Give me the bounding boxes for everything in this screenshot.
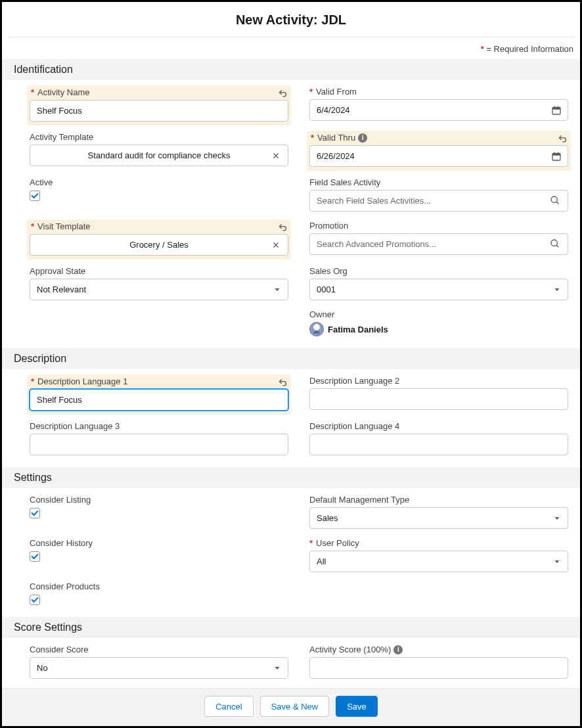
description-body: *Description Language 1 Description Lang… [2,369,580,467]
section-score-settings: Score Settings [2,617,580,638]
activity-score-input[interactable] [309,657,568,679]
consider-history-field: Consider History [30,535,288,576]
sales-org-field: Sales Org 0001 [309,263,568,304]
approval-state-select[interactable]: Not Relevant [30,279,288,300]
active-field: Active [30,175,288,216]
owner-name: Fatima Daniels [328,325,388,334]
desc-lang3-input[interactable] [30,434,288,455]
consider-products-field: Consider Products [30,579,288,609]
activity-name-field: *Activity Name [27,85,291,125]
desc-lang2-input[interactable] [309,388,568,410]
active-checkbox[interactable] [30,191,40,201]
valid-from-input[interactable] [309,99,568,121]
desc-lang1-field: *Description Language 1 [27,375,291,415]
svg-point-14 [551,240,557,246]
svg-rect-3 [558,106,558,108]
field-sales-search-input[interactable] [309,190,568,212]
settings-body: Consider Listing Default Management Type… [2,488,580,617]
consider-score-field: Consider Score No [30,642,288,683]
svg-rect-8 [554,152,555,154]
valid-thru-input[interactable] [309,145,568,167]
save-and-new-button[interactable]: Save & New [260,696,330,717]
owner-field: Owner Fatima Daniels [309,307,568,340]
desc-lang2-field: Description Language 2 [309,373,568,416]
avatar [309,322,324,336]
undo-icon[interactable] [277,88,288,100]
info-icon[interactable]: i [358,133,367,143]
section-description: Description [2,348,580,369]
svg-rect-7 [552,153,560,155]
svg-rect-2 [554,106,555,108]
close-icon[interactable] [269,239,282,252]
cancel-button[interactable]: Cancel [204,696,253,717]
calendar-icon[interactable] [550,104,563,117]
search-icon [550,195,562,207]
undo-icon[interactable] [277,377,288,389]
svg-point-10 [551,196,557,202]
sales-org-select[interactable]: 0001 [309,279,568,300]
valid-from-field: *Valid From [309,84,568,127]
search-icon [550,239,562,250]
user-policy-select[interactable]: All [309,551,568,572]
save-button[interactable]: Save [336,696,378,717]
required-info-note: * = Required Information [2,37,580,59]
section-identification: Identification [2,59,580,80]
chevron-down-icon [273,664,281,672]
desc-lang1-input[interactable] [30,389,288,411]
promotion-search-input[interactable] [309,233,568,255]
field-sales-activity-field: Field Sales Activity [309,175,568,216]
user-policy-field: *User Policy All [309,535,568,576]
consider-history-checkbox[interactable] [30,551,40,562]
consider-score-select[interactable]: No [30,657,288,679]
calendar-icon[interactable] [550,150,563,163]
promotion-field: Promotion [309,218,568,261]
dialog-footer: Cancel Save & New Save [2,688,580,726]
valid-thru-field: *Valid Thru i [307,131,571,171]
chevron-down-icon [553,514,561,522]
info-icon[interactable]: i [393,645,403,654]
identification-body: *Activity Name *Valid From Activity Temp… [2,80,580,348]
visit-template-lookup[interactable]: Grocery / Sales [30,234,288,256]
approval-state-field: Approval State Not Relevant [30,263,288,304]
svg-line-15 [556,245,558,247]
visit-template-field: *Visit Template Grocery / Sales [27,219,291,260]
activity-score-field: Activity Score (100%) i [309,642,568,683]
svg-rect-1 [552,107,560,109]
default-mgmt-field: Default Management Type Sales [309,492,568,533]
default-mgmt-select[interactable]: Sales [309,507,568,529]
chevron-down-icon [553,286,561,294]
activity-name-input[interactable] [30,100,288,122]
dialog-title: New Activity: JDL [2,2,580,37]
activity-template-lookup[interactable]: Standard audit for compliance checks [30,145,288,166]
chevron-down-icon [553,558,561,566]
svg-line-11 [556,202,558,204]
undo-icon[interactable] [556,133,568,145]
consider-products-checkbox[interactable] [30,595,40,605]
close-icon[interactable] [269,149,282,162]
desc-lang4-field: Description Language 4 [309,419,568,459]
chevron-down-icon [273,286,281,294]
activity-template-field: Activity Template Standard audit for com… [30,129,288,172]
consider-listing-checkbox[interactable] [30,508,40,518]
svg-rect-9 [558,152,558,154]
consider-listing-field: Consider Listing [30,492,288,533]
undo-icon[interactable] [277,222,288,234]
section-settings: Settings [2,467,580,488]
desc-lang4-input[interactable] [309,434,568,455]
desc-lang3-field: Description Language 3 [30,419,288,459]
